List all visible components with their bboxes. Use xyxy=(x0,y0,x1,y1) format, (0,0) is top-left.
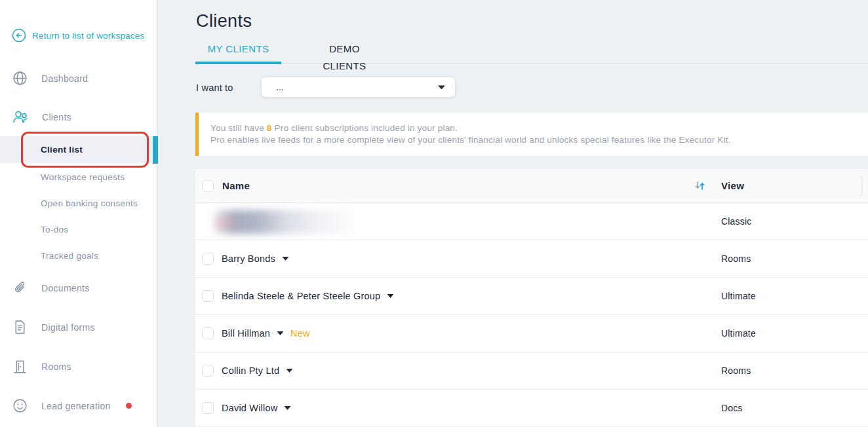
sidebar-item-rooms[interactable]: Rooms xyxy=(12,358,71,375)
sidebar-item-label: Digital forms xyxy=(41,322,95,333)
new-client-badge: New xyxy=(290,328,310,339)
client-actions-caret-icon[interactable] xyxy=(284,405,291,411)
client-name-link[interactable]: Belinda Steele & Peter Steele Group xyxy=(222,291,380,301)
tab-my-clients[interactable]: MY CLIENTS xyxy=(195,41,281,64)
sidebar-subitem-client-list[interactable]: Client list xyxy=(41,145,83,155)
active-submenu-indicator xyxy=(153,136,158,164)
smiley-icon xyxy=(12,398,28,414)
client-name-link[interactable]: Collin Pty Ltd xyxy=(222,365,279,376)
row-checkbox[interactable] xyxy=(202,402,214,414)
main-content: Clients MY CLIENTS DEMO CLIENTS I want t… xyxy=(158,0,868,427)
table-row[interactable]: David Willow Docs xyxy=(195,390,868,427)
pro-subscription-notice: You still have 8 Pro client subscription… xyxy=(195,113,868,156)
tab-label: DEMO CLIENTS xyxy=(323,43,366,71)
sidebar-subitem-workspace-requests[interactable]: Workspace requests xyxy=(41,172,125,182)
client-name-link[interactable]: Barry Bonds xyxy=(222,253,275,264)
clients-tabbar: MY CLIENTS DEMO CLIENTS xyxy=(195,41,868,64)
paperclip-icon xyxy=(12,280,28,296)
sidebar-item-clients[interactable]: Clients xyxy=(12,109,71,125)
column-header-name[interactable]: Name xyxy=(222,180,250,191)
redacted-client-name xyxy=(214,210,353,234)
table-header-row: Name View xyxy=(195,169,868,203)
people-icon xyxy=(12,109,29,125)
sidebar-item-dashboard[interactable]: Dashboard xyxy=(12,70,88,86)
client-actions-caret-icon[interactable] xyxy=(286,368,293,373)
sidebar-item-label: Lead generation xyxy=(41,401,111,411)
document-icon xyxy=(12,319,28,335)
clients-table: Name View Classic Barry Bonds xyxy=(195,169,868,427)
i-want-to-label: I want to xyxy=(196,83,233,93)
row-checkbox[interactable] xyxy=(202,253,214,265)
return-link-label: Return to list of workspaces xyxy=(32,31,144,41)
sidebar-subitem-to-dos[interactable]: To-dos xyxy=(41,225,68,234)
client-view-value: Rooms xyxy=(721,253,868,264)
sidebar-subitem-open-banking-consents[interactable]: Open banking consents xyxy=(41,198,138,208)
sidebar-item-label: Documents xyxy=(41,283,90,293)
sidebar-item-documents[interactable]: Documents xyxy=(12,280,90,296)
chevron-down-icon xyxy=(437,84,446,90)
table-row[interactable]: Collin Pty Ltd Rooms xyxy=(195,352,868,390)
row-checkbox[interactable] xyxy=(202,290,214,302)
client-name-link[interactable]: David Willow xyxy=(222,403,277,413)
i-want-to-dropdown[interactable]: ... xyxy=(261,77,456,98)
client-view-value: Rooms xyxy=(721,365,868,376)
select-all-checkbox[interactable] xyxy=(202,180,214,192)
arrow-left-circle-icon xyxy=(12,28,26,43)
client-name-link[interactable]: Bill Hillman xyxy=(222,328,270,339)
column-header-view[interactable]: View xyxy=(721,180,868,191)
client-actions-caret-icon[interactable] xyxy=(387,293,394,299)
client-view-value: Docs xyxy=(721,403,868,413)
row-checkbox[interactable] xyxy=(202,365,214,377)
client-actions-caret-icon[interactable] xyxy=(277,331,284,336)
sidebar-item-label: Rooms xyxy=(41,362,71,372)
client-view-value: Ultimate xyxy=(721,328,868,339)
table-row[interactable]: Bill Hillman New Ultimate xyxy=(195,315,868,352)
sidebar-item-label: Clients xyxy=(42,112,71,122)
row-checkbox[interactable] xyxy=(202,327,214,339)
column-divider xyxy=(861,176,861,196)
tab-demo-clients[interactable]: DEMO CLIENTS xyxy=(306,41,382,64)
sidebar-subitem-tracked-goals[interactable]: Tracked goals xyxy=(41,251,98,261)
sidebar: Return to list of workspaces Dashboard C… xyxy=(0,0,157,427)
page-title: Clients xyxy=(196,11,252,31)
notice-line-2: Pro enables live feeds for a more comple… xyxy=(210,134,868,146)
sidebar-item-label: Dashboard xyxy=(41,73,88,84)
pro-subscriptions-count: 8 xyxy=(267,123,272,133)
client-view-value: Classic xyxy=(721,216,868,227)
client-view-value: Ultimate xyxy=(721,291,868,301)
return-to-workspaces-link[interactable]: Return to list of workspaces xyxy=(12,28,144,43)
sidebar-item-digital-forms[interactable]: Digital forms xyxy=(12,319,95,335)
notice-line-1: You still have 8 Pro client subscription… xyxy=(210,122,868,134)
table-row[interactable]: Barry Bonds Rooms xyxy=(195,240,868,278)
door-icon xyxy=(12,358,28,375)
client-actions-caret-icon[interactable] xyxy=(282,256,289,261)
sidebar-item-lead-generation[interactable]: Lead generation xyxy=(12,398,111,414)
tab-label: MY CLIENTS xyxy=(208,43,269,54)
sort-arrows-icon[interactable] xyxy=(694,180,705,191)
table-row[interactable]: Belinda Steele & Peter Steele Group Ulti… xyxy=(195,278,868,315)
active-tab-underline xyxy=(195,62,281,64)
globe-icon xyxy=(12,70,28,86)
table-row[interactable]: Classic xyxy=(195,203,868,240)
lead-generation-notification-dot xyxy=(126,403,132,409)
dropdown-selected-value: ... xyxy=(276,82,437,92)
